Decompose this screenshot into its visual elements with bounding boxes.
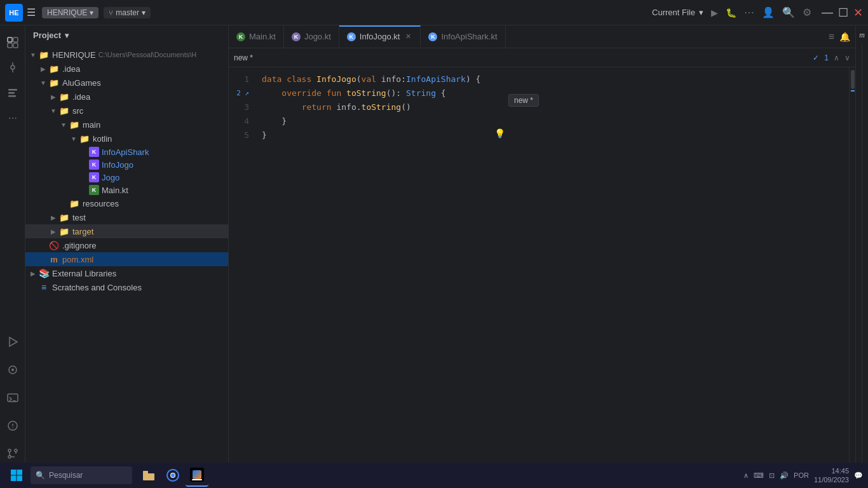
app-logo: HE: [5, 4, 23, 22]
search-icon[interactable]: 🔍: [782, 6, 795, 18]
activity-terminal-icon[interactable]: [1, 386, 24, 409]
tree-item-test[interactable]: ▶ 📁 test: [25, 210, 228, 224]
tray-chevron[interactable]: ∧: [743, 471, 749, 480]
debug-icon[interactable]: 🐛: [726, 8, 736, 18]
hamburger-menu[interactable]: ☰: [27, 6, 36, 18]
taskbar-app-chrome[interactable]: [161, 464, 184, 487]
profile-label: HENRIQUE: [47, 8, 87, 17]
minimize-button[interactable]: —: [822, 6, 833, 19]
tree-item-scratches[interactable]: ≡ Scratches and Consoles: [25, 280, 228, 294]
project-label[interactable]: Project ▾: [33, 30, 69, 40]
project-title: Project: [33, 30, 61, 40]
tree-item-idea-sub[interactable]: ▶ 📁 .idea: [25, 90, 228, 104]
tree-arrow-alugames: ▼: [38, 78, 48, 88]
tree-item-idea-root[interactable]: ▶ 📁 .idea: [25, 62, 228, 76]
line-num-4: 4: [244, 114, 249, 128]
tree-item-resources[interactable]: 📁 resources: [25, 196, 228, 210]
tab-infojogo-kt[interactable]: K InfoJogo.kt ✕: [339, 25, 421, 48]
kotlin-icon-infoapishark: K: [89, 147, 99, 157]
tree-item-src[interactable]: ▼ 📁 src: [25, 104, 228, 118]
network-icon[interactable]: ⊡: [769, 471, 775, 480]
tab-main-kt[interactable]: K Main.kt: [229, 25, 284, 48]
line-num-2: 2 ↗: [236, 86, 249, 100]
tree-item-kotlin[interactable]: ▼ 📁 kotlin: [25, 132, 228, 146]
tab-overflow-icon[interactable]: ≡: [829, 31, 834, 43]
ext-lib-icon: 📚: [38, 268, 50, 279]
tree-item-main-kt[interactable]: K Main.kt: [25, 184, 228, 196]
system-time[interactable]: 14:45 11/09/2023: [814, 466, 849, 485]
run-icon[interactable]: ▶: [711, 8, 718, 18]
tab-label-main: Main.kt: [249, 32, 276, 41]
breadcrumb-chevron-down[interactable]: ∨: [844, 53, 850, 62]
start-button[interactable]: [5, 464, 28, 487]
taskbar-search[interactable]: 🔍 Pesquisar: [31, 466, 132, 484]
tree-item-pom[interactable]: m pom.xml: [25, 252, 228, 266]
kotlin-icon-infojogo: K: [89, 159, 99, 170]
taskbar-app-intellij[interactable]: [186, 464, 208, 487]
profile-button[interactable]: HENRIQUE ▾: [42, 7, 98, 18]
maven-icon: m: [48, 254, 60, 265]
current-file-label: Current File ▾: [652, 8, 703, 17]
tree-label-ext: External Libraries: [52, 269, 116, 278]
user-icon[interactable]: 👤: [762, 6, 775, 18]
activity-more-icon[interactable]: ⋯: [1, 107, 24, 130]
breadcrumb-chevron-up[interactable]: ∧: [834, 53, 839, 62]
tree-item-gitignore[interactable]: 🚫 .gitignore: [25, 238, 228, 252]
line-numbers: 1 2 ↗ 3 4 5: [229, 67, 254, 470]
line-num-1: 1: [244, 72, 249, 86]
activity-project-icon[interactable]: [1, 30, 24, 53]
branch-chevron: ▾: [142, 8, 146, 17]
volume-icon[interactable]: 🔊: [780, 471, 789, 480]
lightbulb-hint[interactable]: 💡: [494, 128, 505, 139]
editor-area: K Main.kt K Jogo.kt K InfoJogo.kt ✕ K In…: [229, 25, 855, 470]
main-layout: ⋯: [0, 25, 868, 470]
notification-icon[interactable]: 💬: [854, 471, 863, 480]
activity-commits-icon[interactable]: [1, 56, 24, 79]
svg-marker-10: [10, 337, 17, 346]
keyboard-icon[interactable]: ⌨: [754, 471, 764, 480]
activity-structure-icon[interactable]: [1, 81, 24, 104]
language-label[interactable]: POR: [794, 471, 809, 479]
time-display: 14:45: [814, 466, 849, 475]
taskbar-app-explorer[interactable]: [137, 464, 160, 487]
maximize-button[interactable]: ☐: [838, 6, 848, 20]
tab-jogo-kt[interactable]: K Jogo.kt: [284, 25, 339, 48]
activity-git-icon[interactable]: [1, 442, 24, 465]
svg-rect-22: [11, 470, 17, 475]
svg-rect-23: [17, 470, 23, 475]
tab-infoapishark-kt[interactable]: K InfoApiShark.kt: [421, 25, 505, 48]
activity-debug-icon[interactable]: [1, 358, 24, 381]
editor-scrollbar[interactable]: [849, 67, 855, 470]
activity-run-icon[interactable]: [1, 330, 24, 353]
tree-label-target: target: [72, 227, 93, 236]
branch-button[interactable]: ⑂ master ▾: [104, 7, 151, 18]
code-editor[interactable]: data class InfoJogo(val info:InfoApiShar…: [254, 67, 855, 470]
svg-rect-8: [8, 92, 15, 94]
tree-item-main[interactable]: ▼ 📁 main: [25, 118, 228, 132]
tree-label-jogo: Jogo: [102, 173, 119, 182]
tree-label-src: src: [72, 106, 83, 116]
tree-item-henrique[interactable]: ▼ 📁 HENRIQUE C:\Users\Pessoal\Documents\…: [25, 48, 228, 62]
sidebar-header: Project ▾: [25, 25, 228, 45]
editor-breadcrumb-right: ✓ 1 ∧ ∨: [813, 53, 850, 62]
more-icon[interactable]: ⋯: [744, 6, 754, 18]
tree-item-jogo[interactable]: K Jogo: [25, 171, 228, 184]
tree-item-infoapishark[interactable]: K InfoApiShark: [25, 146, 228, 158]
tree-label-infoapishark: InfoApiShark: [102, 147, 149, 157]
tab-label-infojogo: InfoJogo.kt: [360, 32, 400, 41]
close-button[interactable]: ✕: [853, 6, 863, 20]
titlebar-actions: ▶ 🐛 ⋯ 👤 🔍 ⚙: [711, 6, 811, 18]
tree-item-target[interactable]: ▶ 📁 target: [25, 224, 228, 238]
tree-item-infojogo[interactable]: K InfoJogo: [25, 158, 228, 171]
tree-item-alugames[interactable]: ▼ 📁 AluGames: [25, 76, 228, 90]
folder-icon-test: 📁: [58, 212, 70, 223]
settings-icon[interactable]: ⚙: [803, 6, 811, 18]
folder-icon-idea-sub: 📁: [58, 91, 70, 102]
notification-bell-icon[interactable]: 🔔: [839, 32, 850, 42]
tree-item-ext-libs[interactable]: ▶ 📚 External Libraries: [25, 266, 228, 280]
folder-icon-kotlin: 📁: [79, 133, 90, 144]
tab-close-infojogo[interactable]: ✕: [403, 32, 412, 41]
tree-label-test: test: [72, 213, 86, 222]
activity-notifications-icon[interactable]: [1, 414, 24, 437]
tree-label-gitignore: .gitignore: [62, 241, 96, 250]
